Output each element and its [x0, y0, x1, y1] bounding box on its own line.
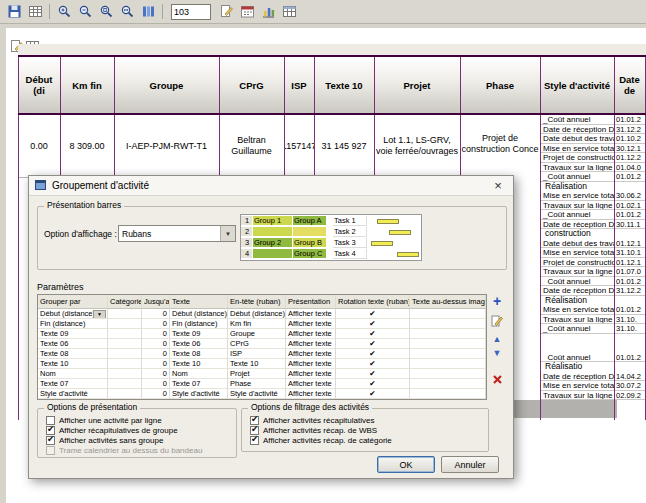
presentation-option[interactable]: Afficher une activité par ligne: [46, 416, 162, 425]
params-image-cell[interactable]: [410, 319, 486, 329]
params-cell[interactable]: [108, 369, 142, 379]
params-column-header[interactable]: En-tête (ruban): [228, 295, 286, 309]
date-cell[interactable]: 01.02.1: [615, 201, 645, 211]
params-cell[interactable]: CPrG: [228, 339, 286, 349]
checkbox[interactable]: [46, 446, 55, 455]
chevron-down-icon[interactable]: ▼: [93, 310, 106, 319]
params-cell[interactable]: Début (distance)▼: [38, 309, 108, 319]
style-activite-cell[interactable]: Travaux sur la ligne: [541, 163, 614, 173]
params-cell[interactable]: Groupe: [228, 329, 286, 339]
phase-row-label[interactable]: Réalisation: [545, 182, 615, 192]
params-column-header[interactable]: Catégorie: [108, 295, 142, 309]
params-cell[interactable]: [108, 379, 142, 389]
params-cell[interactable]: Afficher texte: [286, 329, 336, 339]
presentation-option[interactable]: ✔Afficher activités sans groupe: [46, 436, 163, 445]
date-cell[interactable]: 31.10.1: [615, 248, 645, 258]
date-cell[interactable]: 30.06.2: [615, 191, 645, 201]
column-header[interactable]: Projet: [374, 57, 460, 115]
table-cell[interactable]: Beltran Guillaume: [219, 115, 284, 177]
table-icon[interactable]: [279, 3, 299, 21]
style-activite-cell[interactable]: Projet de construction: [541, 258, 614, 268]
params-rotation-cell[interactable]: ✔: [336, 369, 410, 379]
date-cell[interactable]: 31.10.: [615, 315, 645, 325]
params-cell[interactable]: Texte 08: [170, 349, 228, 359]
checkbox[interactable]: ✔: [250, 436, 259, 445]
phase-row-label[interactable]: Réalisatio: [545, 362, 615, 372]
params-column-header[interactable]: Grouper par: [38, 295, 108, 309]
params-cell[interactable]: Texte 10: [38, 359, 108, 369]
params-cell[interactable]: 0: [142, 379, 170, 389]
params-column-header[interactable]: Texte: [170, 295, 228, 309]
phase-cell[interactable]: Projet de construction Conce: [461, 133, 539, 156]
calendar-icon[interactable]: [237, 3, 257, 21]
date-cell[interactable]: 01.12.2: [615, 153, 645, 163]
params-rotation-cell[interactable]: ✔: [336, 329, 410, 339]
column-header[interactable]: CPrG: [219, 57, 284, 115]
checkbox[interactable]: ✔: [46, 436, 55, 445]
params-cell[interactable]: [108, 359, 142, 369]
filtrage-option[interactable]: ✔Afficher activités récapitulatives: [250, 416, 374, 425]
params-rotation-cell[interactable]: ✔: [336, 309, 410, 319]
zoom-out-icon[interactable]: [75, 3, 95, 21]
params-cell[interactable]: Fin (distance): [38, 319, 108, 329]
params-rotation-cell[interactable]: ✔: [336, 359, 410, 369]
move-up-button[interactable]: ▲: [489, 332, 505, 346]
params-cell[interactable]: Phase: [228, 379, 286, 389]
date-cell[interactable]: 01.01.2: [615, 210, 645, 220]
date-cell[interactable]: 31.10.: [615, 324, 645, 334]
style-activite-cell[interactable]: _Coût annuel: [541, 210, 614, 220]
params-cell[interactable]: Km fin: [228, 319, 286, 329]
params-image-cell[interactable]: [410, 379, 486, 389]
params-cell[interactable]: Nom: [38, 369, 108, 379]
table-cell[interactable]: 1157147: [284, 115, 314, 177]
date-cell[interactable]: 01.01.2: [615, 305, 645, 315]
params-cell[interactable]: Projet: [228, 369, 286, 379]
params-cell[interactable]: Afficher texte: [286, 339, 336, 349]
params-cell[interactable]: Afficher texte: [286, 389, 336, 399]
params-image-cell[interactable]: [410, 349, 486, 359]
params-column-header[interactable]: Texte au-dessus image (ruban): [410, 295, 486, 309]
zoom-page-icon[interactable]: [96, 3, 116, 21]
date-cell[interactable]: 01.01.2: [615, 115, 645, 125]
params-image-cell[interactable]: [410, 389, 486, 399]
column-header[interactable]: Début (di: [18, 57, 60, 115]
params-rotation-cell[interactable]: ✔: [336, 379, 410, 389]
params-cell[interactable]: Afficher texte: [286, 319, 336, 329]
phase-row-label[interactable]: Réalisation: [545, 296, 615, 306]
params-cell[interactable]: Texte 07: [170, 379, 228, 389]
ok-button[interactable]: OK: [377, 456, 435, 473]
params-cell[interactable]: Texte 10: [228, 359, 286, 369]
params-cell[interactable]: [108, 319, 142, 329]
params-cell[interactable]: Texte 08: [38, 349, 108, 359]
style-activite-cell[interactable]: Date de réception DAP: [541, 125, 614, 135]
params-cell[interactable]: 0: [142, 309, 170, 319]
column-header[interactable]: ISP: [284, 57, 314, 115]
style-activite-cell[interactable]: _Coût annuel: [541, 115, 614, 125]
style-activite-cell[interactable]: Travaux sur la ligne: [541, 391, 614, 401]
params-cell[interactable]: 0: [142, 389, 170, 399]
table-cell[interactable]: 8 309.00: [60, 115, 114, 177]
close-icon[interactable]: ×: [489, 178, 507, 194]
params-image-cell[interactable]: [410, 339, 486, 349]
zoom-width-icon[interactable]: [117, 3, 137, 21]
date-cell[interactable]: 02.09.2: [615, 391, 645, 401]
date-cell[interactable]: 01.01.2: [615, 353, 645, 363]
table-cell[interactable]: 31 145 927: [314, 115, 374, 177]
date-cell[interactable]: 31.12.2: [615, 286, 645, 296]
add-button[interactable]: +: [489, 294, 505, 308]
presentation-option[interactable]: ✔Afficher récapitulatives de groupe: [46, 426, 178, 435]
filtrage-option[interactable]: ✔Afficher activités récap. de catégorie: [250, 436, 392, 445]
params-cell[interactable]: 0: [142, 359, 170, 369]
cancel-button[interactable]: Annuler: [441, 456, 499, 473]
params-rotation-cell[interactable]: ✔: [336, 389, 410, 399]
params-cell[interactable]: Fin (distance): [170, 319, 228, 329]
params-cell[interactable]: Texte 07: [38, 379, 108, 389]
date-cell[interactable]: 01.12.1: [615, 239, 645, 249]
date-cell[interactable]: 30.11.1: [615, 220, 645, 230]
date-cell[interactable]: 01.01.2: [615, 277, 645, 287]
table-cell[interactable]: I-AEP-PJM-RWT-T1: [114, 115, 219, 177]
column-header[interactable]: Km fin: [60, 57, 114, 115]
grid-icon[interactable]: [25, 3, 45, 21]
params-cell[interactable]: Texte 06: [38, 339, 108, 349]
column-header[interactable]: Groupe: [114, 57, 219, 115]
